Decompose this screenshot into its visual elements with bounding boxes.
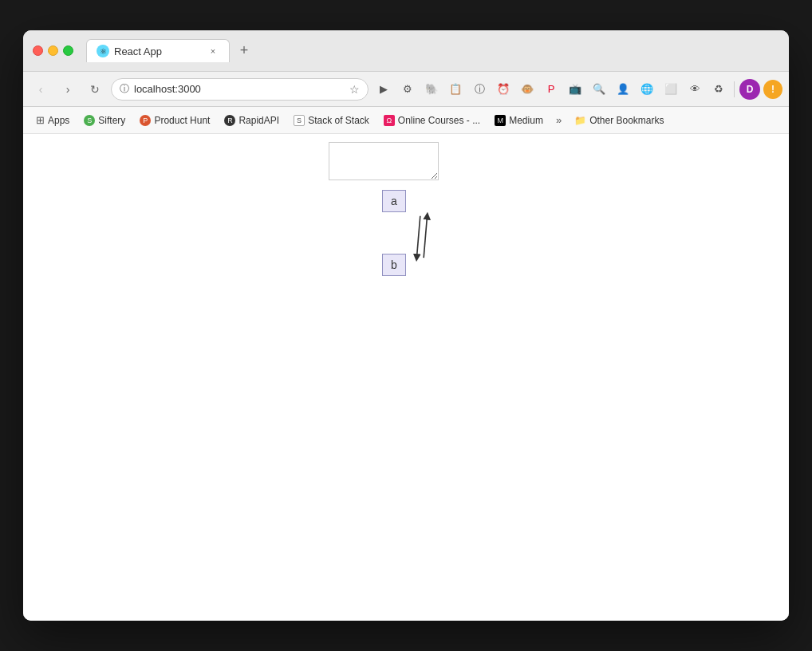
tab-manager-icon[interactable]: ⬜ bbox=[660, 79, 681, 100]
bookmark-stackofstack-label: Stack of Stack bbox=[308, 115, 369, 126]
medium-favicon: M bbox=[495, 115, 506, 126]
recycle-icon[interactable]: ♻ bbox=[708, 79, 729, 100]
text-input-area[interactable] bbox=[329, 142, 439, 180]
bookmark-other[interactable]: 📁 Other Bookmarks bbox=[568, 112, 670, 129]
address-bar[interactable]: ⓘ localhost:3000 ☆ bbox=[111, 78, 369, 101]
url-text: localhost:3000 bbox=[134, 83, 345, 95]
bookmark-onlinecourses-label: Online Courses - ... bbox=[398, 115, 480, 126]
bookmark-medium[interactable]: M Medium bbox=[488, 112, 550, 129]
title-bar: ⚛ React App × + bbox=[23, 30, 789, 72]
tab-bar: ⚛ React App × + bbox=[86, 39, 779, 62]
active-tab[interactable]: ⚛ React App × bbox=[86, 39, 230, 62]
bookmark-other-label: Other Bookmarks bbox=[589, 115, 664, 126]
maximize-window-button[interactable] bbox=[63, 45, 73, 56]
pinterest-icon[interactable]: P bbox=[541, 79, 562, 100]
back-button[interactable]: ‹ bbox=[30, 78, 52, 101]
rapidapi-favicon: R bbox=[224, 115, 235, 126]
diagram-node-b[interactable]: b bbox=[382, 254, 406, 276]
browser-window: ⚛ React App × + ‹ › ↻ ⓘ localhost:3000 ☆… bbox=[23, 30, 789, 621]
bookmark-star-icon[interactable]: ☆ bbox=[349, 83, 360, 96]
eye-icon[interactable]: 👁 bbox=[684, 79, 705, 100]
profile-button[interactable]: D bbox=[739, 79, 760, 100]
greasemonkey-icon[interactable]: 🐵 bbox=[517, 79, 538, 100]
traffic-lights bbox=[33, 45, 73, 56]
bookmark-rapidapi[interactable]: R RapidAPI bbox=[218, 112, 286, 129]
diagram-node-a[interactable]: a bbox=[382, 190, 406, 212]
vpn-icon[interactable]: 🌐 bbox=[637, 79, 657, 100]
bookmark-onlinecourses[interactable]: Ω Online Courses - ... bbox=[377, 112, 487, 129]
alert-button[interactable]: ! bbox=[763, 80, 782, 99]
minimize-window-button[interactable] bbox=[48, 45, 58, 56]
bookmark-producthunt-label: Product Hunt bbox=[154, 115, 210, 126]
siftery-favicon: S bbox=[84, 115, 95, 126]
tab-title: React App bbox=[114, 45, 202, 57]
user-icon[interactable]: 👤 bbox=[613, 79, 633, 100]
tab-close-button[interactable]: × bbox=[207, 45, 219, 57]
bookmark-stackofstack[interactable]: S Stack of Stack bbox=[287, 112, 376, 129]
onlinecourses-favicon: Ω bbox=[384, 115, 395, 126]
page-content: a b bbox=[23, 134, 789, 621]
tab-favicon: ⚛ bbox=[97, 45, 109, 57]
secure-icon: ⓘ bbox=[120, 82, 129, 96]
bookmarks-bar: ⊞ Apps S Siftery P Product Hunt R RapidA… bbox=[23, 107, 789, 134]
extensions-icon[interactable]: ⚙ bbox=[397, 79, 418, 100]
bookmark-siftery-label: Siftery bbox=[98, 115, 125, 126]
close-window-button[interactable] bbox=[33, 45, 43, 56]
evernote-icon[interactable]: 🐘 bbox=[421, 79, 442, 100]
apps-grid-icon: ⊞ bbox=[36, 114, 45, 126]
nav-bar: ‹ › ↻ ⓘ localhost:3000 ☆ ▶ ⚙ 🐘 📋 ⓘ ⏰ 🐵 P… bbox=[23, 72, 789, 107]
forward-button[interactable]: › bbox=[57, 78, 79, 101]
nav-icons: ▶ ⚙ 🐘 📋 ⓘ ⏰ 🐵 P 📺 🔍 👤 🌐 ⬜ 👁 ♻ D ! bbox=[373, 79, 782, 100]
folder-icon: 📁 bbox=[574, 115, 586, 126]
bookmark-more-button[interactable]: » bbox=[551, 111, 566, 129]
refresh-button[interactable]: ↻ bbox=[84, 78, 106, 101]
cast-icon[interactable]: 📺 bbox=[565, 79, 585, 100]
nav-separator bbox=[734, 81, 735, 97]
svg-line-0 bbox=[416, 216, 420, 258]
bookmark-siftery[interactable]: S Siftery bbox=[77, 112, 132, 129]
bookmark-rapidapi-label: RapidAPI bbox=[238, 115, 279, 126]
youtube-icon[interactable]: ▶ bbox=[373, 79, 394, 100]
clock-icon[interactable]: ⏰ bbox=[493, 79, 514, 100]
svg-line-1 bbox=[424, 216, 427, 258]
clipboard-icon[interactable]: 📋 bbox=[445, 79, 466, 100]
stackofstack-favicon: S bbox=[294, 115, 305, 126]
producthunt-favicon: P bbox=[140, 115, 151, 126]
bookmark-medium-label: Medium bbox=[509, 115, 543, 126]
bookmark-producthunt[interactable]: P Product Hunt bbox=[133, 112, 216, 129]
bookmark-apps[interactable]: ⊞ Apps bbox=[30, 111, 76, 129]
search-icon[interactable]: 🔍 bbox=[589, 79, 609, 100]
bookmark-apps-label: Apps bbox=[48, 115, 69, 126]
info-icon[interactable]: ⓘ bbox=[469, 79, 490, 100]
new-tab-button[interactable]: + bbox=[233, 40, 255, 62]
